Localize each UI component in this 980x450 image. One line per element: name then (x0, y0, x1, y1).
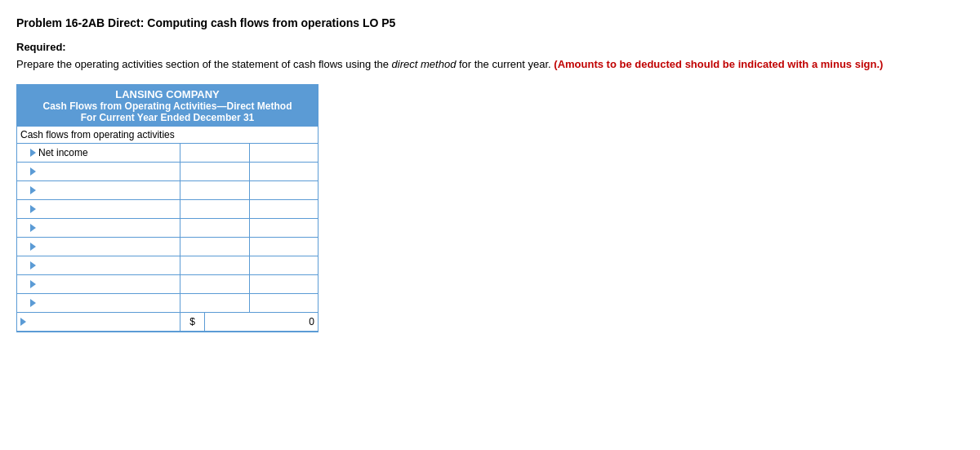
triangle-icon (30, 280, 36, 288)
table-wrapper: LANSING COMPANY Cash Flows from Operatin… (16, 84, 318, 332)
instructions-text-before: Prepare the operating activities section… (16, 58, 392, 70)
net-income-row: Net income (17, 144, 318, 163)
table-row (17, 200, 318, 219)
row-value-input[interactable] (253, 163, 314, 180)
instructions: Prepare the operating activities section… (16, 56, 964, 73)
row-input[interactable] (180, 181, 249, 199)
row-label-cell (17, 238, 180, 256)
row-value-cell[interactable] (250, 181, 318, 199)
table-row (17, 163, 318, 181)
section-label: Cash flows from operating activities (17, 127, 318, 144)
row-value-cell[interactable] (250, 294, 318, 312)
row-value-input[interactable] (253, 294, 314, 312)
instructions-text-after: for the current year. (456, 58, 554, 70)
net-income-value-input[interactable] (253, 144, 314, 162)
triangle-icon (20, 318, 26, 326)
header-row1: Cash Flows from Operating Activities—Dir… (19, 100, 316, 112)
row-input[interactable] (180, 275, 249, 293)
net-income-input-cell[interactable] (180, 144, 250, 162)
required-label: Required: (16, 41, 964, 53)
total-value-cell[interactable] (205, 313, 318, 331)
table-row (17, 275, 318, 294)
row-value-cell[interactable] (250, 256, 318, 274)
problem-title: Problem 16-2AB Direct: Computing cash fl… (16, 16, 964, 29)
row-value-input[interactable] (253, 219, 314, 237)
total-dollar-cell: $ (180, 313, 205, 331)
row-label-cell (17, 256, 180, 274)
net-income-label-cell: Net income (17, 144, 180, 162)
row-value-input[interactable] (253, 181, 314, 199)
table-row (17, 219, 318, 238)
net-income-label: Net income (38, 147, 88, 158)
row-value-input[interactable] (253, 238, 314, 256)
row-label-cell (17, 163, 180, 180)
row-input[interactable] (180, 256, 249, 274)
row-value-input[interactable] (253, 275, 314, 293)
row-input-cell[interactable] (180, 200, 250, 218)
row-value-cell[interactable] (250, 275, 318, 293)
row-input-cell[interactable] (180, 238, 250, 256)
table-row (17, 294, 318, 313)
header-row2: For Current Year Ended December 31 (19, 112, 316, 123)
row-input[interactable] (180, 200, 249, 218)
row-value-cell[interactable] (250, 163, 318, 180)
total-label-cell (17, 313, 180, 331)
row-input-cell[interactable] (180, 256, 250, 274)
row-label-cell (17, 275, 180, 293)
triangle-icon (30, 186, 36, 194)
row-input-cell[interactable] (180, 181, 250, 199)
triangle-icon (30, 261, 36, 270)
row-input-cell[interactable] (180, 275, 250, 293)
row-input[interactable] (180, 238, 249, 256)
row-label-cell (17, 200, 180, 218)
triangle-icon (30, 205, 36, 213)
triangle-icon (30, 243, 36, 251)
row-value-input[interactable] (253, 200, 314, 218)
company-name: LANSING COMPANY (19, 88, 316, 100)
instructions-red: (Amounts to be deducted should be indica… (554, 58, 883, 70)
row-value-cell[interactable] (250, 200, 318, 218)
total-row: $ (17, 313, 318, 332)
net-income-value-cell[interactable] (250, 144, 318, 162)
row-input[interactable] (180, 294, 249, 312)
row-label-cell (17, 294, 180, 312)
instructions-italic: direct method (392, 58, 457, 70)
row-input-cell[interactable] (180, 163, 250, 180)
row-input-cell[interactable] (180, 294, 250, 312)
row-value-cell[interactable] (250, 238, 318, 256)
row-input-cell[interactable] (180, 219, 250, 237)
triangle-icon (30, 149, 36, 157)
row-value-input[interactable] (253, 256, 314, 274)
table-header: LANSING COMPANY Cash Flows from Operatin… (17, 85, 318, 127)
table-row (17, 181, 318, 200)
total-value-input[interactable] (208, 316, 314, 327)
triangle-icon (30, 167, 36, 176)
row-value-cell[interactable] (250, 219, 318, 237)
row-label-cell (17, 219, 180, 237)
table-row (17, 256, 318, 275)
row-label-cell (17, 181, 180, 199)
row-input[interactable] (180, 163, 249, 180)
table-row (17, 238, 318, 256)
triangle-icon (30, 299, 36, 307)
net-income-input[interactable] (180, 144, 249, 162)
triangle-icon (30, 224, 36, 232)
row-input[interactable] (180, 219, 249, 237)
